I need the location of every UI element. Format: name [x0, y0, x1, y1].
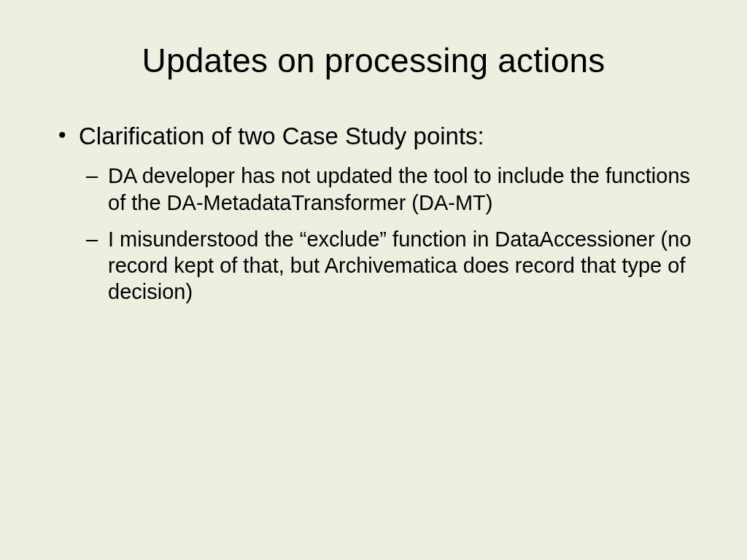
bullet-level2-item: I misunderstood the “exclude” function i… [53, 226, 703, 306]
slide-content: Clarification of two Case Study points: … [0, 121, 747, 306]
slide-title: Updates on processing actions [0, 41, 747, 80]
bullet-level2-item: DA developer has not updated the tool to… [53, 163, 703, 216]
bullet-level1-item: Clarification of two Case Study points: [53, 121, 703, 151]
slide-container: Updates on processing actions Clarificat… [0, 0, 747, 560]
